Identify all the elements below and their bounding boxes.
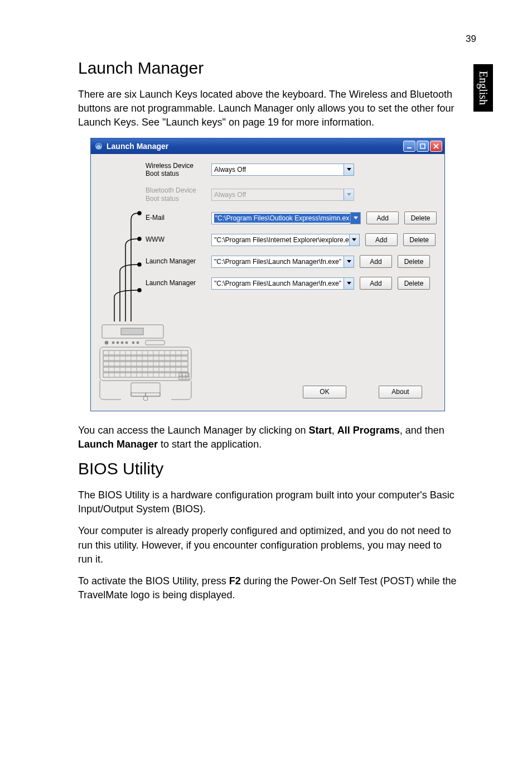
- svg-point-6: [138, 237, 141, 241]
- bios-para2: Your computer is already properly config…: [78, 524, 457, 566]
- www-delete-button[interactable]: Delete: [403, 233, 436, 246]
- bios-para1: The BIOS Utility is a hardware configura…: [78, 488, 457, 516]
- spacer: [398, 163, 430, 176]
- svg-point-8: [138, 289, 141, 292]
- wireless-value: Always Off: [214, 166, 246, 174]
- window-controls: [403, 141, 442, 152]
- dropdown-arrow-icon[interactable]: [344, 256, 354, 267]
- text: ,: [332, 425, 337, 436]
- row-lm1: Launch Manager "C:\Program Files\Launch …: [99, 255, 437, 268]
- svg-point-12: [112, 342, 114, 344]
- dropdown-arrow-icon[interactable]: [349, 234, 359, 246]
- svg-rect-22: [103, 362, 188, 366]
- svg-rect-45: [146, 393, 160, 396]
- page-number: 39: [466, 33, 476, 45]
- text: , and then: [400, 425, 444, 436]
- minimize-button[interactable]: [403, 141, 415, 152]
- titlebar: Launch Manager: [91, 138, 444, 154]
- svg-rect-20: [103, 350, 188, 355]
- svg-point-5: [138, 212, 141, 215]
- text: You can access the Launch Manager by cli…: [78, 425, 309, 436]
- window-body: Wireless Device Boot status Always Off B…: [91, 154, 444, 411]
- lm2-add-button[interactable]: Add: [360, 277, 392, 290]
- bluetooth-value: Always Off: [214, 191, 246, 199]
- spacer: [398, 188, 430, 201]
- dropdown-arrow-icon[interactable]: [344, 164, 354, 175]
- svg-point-13: [117, 342, 119, 344]
- text: To activate the BIOS Utility, press: [78, 575, 229, 587]
- svg-point-17: [137, 342, 139, 344]
- bios-heading: BIOS Utility: [78, 459, 457, 478]
- lm1-value: "C:\Program Files\Launch Manager\fn.exe": [214, 258, 341, 266]
- row-email: E-Mail "C:\Program Files\Outlook Express…: [99, 212, 437, 224]
- about-button[interactable]: About: [379, 386, 422, 398]
- svg-rect-10: [121, 328, 143, 335]
- laptop-illustration-icon: [99, 324, 194, 401]
- svg-rect-2: [420, 144, 425, 148]
- dropdown-arrow-icon: [344, 189, 354, 200]
- launch-manager-window: Launch Manager Wireless Device Boot stat…: [90, 138, 445, 411]
- lm1-dropdown[interactable]: "C:\Program Files\Launch Manager\fn.exe": [211, 256, 354, 268]
- f2-bold: F2: [229, 575, 241, 587]
- wireless-dropdown[interactable]: Always Off: [211, 164, 354, 176]
- dropdown-arrow-icon[interactable]: [344, 278, 354, 289]
- lm1-label: Launch Manager: [146, 257, 206, 265]
- email-label: E-Mail: [146, 214, 206, 222]
- dropdown-arrow-icon[interactable]: [350, 213, 360, 224]
- svg-point-46: [143, 396, 148, 401]
- connector-lines-icon: [99, 210, 142, 341]
- start-bold: Start: [309, 425, 332, 436]
- svg-rect-21: [103, 356, 188, 361]
- email-add-button[interactable]: Add: [366, 212, 399, 224]
- spacer: [360, 188, 392, 201]
- svg-rect-1: [407, 147, 412, 148]
- svg-rect-18: [146, 340, 165, 345]
- lm1-delete-button[interactable]: Delete: [398, 255, 430, 268]
- close-button[interactable]: [430, 141, 442, 152]
- app-icon: [94, 142, 103, 151]
- allprograms-bold: All Programs: [337, 425, 400, 436]
- row-wireless: Wireless Device Boot status Always Off: [99, 162, 437, 178]
- launch-manager-intro: There are six Launch Keys located above …: [78, 88, 457, 130]
- svg-rect-23: [103, 367, 188, 372]
- language-tab: English: [473, 64, 493, 112]
- lm2-delete-button[interactable]: Delete: [398, 277, 430, 290]
- window-title: Launch Manager: [107, 142, 168, 151]
- row-lm2: Launch Manager "C:\Program Files\Launch …: [99, 277, 437, 290]
- svg-rect-24: [103, 373, 188, 377]
- wireless-label: Wireless Device Boot status: [146, 162, 206, 178]
- lm2-label: Launch Manager: [146, 279, 206, 287]
- spacer: [360, 163, 392, 176]
- svg-point-11: [105, 341, 108, 344]
- svg-rect-19: [100, 347, 191, 381]
- lm2-value: "C:\Program Files\Launch Manager\fn.exe": [214, 280, 341, 287]
- svg-point-14: [121, 342, 123, 344]
- bottom-buttons: OK About: [303, 386, 422, 398]
- maximize-button[interactable]: [417, 141, 429, 152]
- email-delete-button[interactable]: Delete: [404, 212, 437, 224]
- text: to start the application.: [158, 439, 262, 450]
- svg-rect-44: [131, 393, 146, 396]
- lm1-add-button[interactable]: Add: [360, 255, 392, 268]
- email-value: "C:\Program Files\Outlook Express\msimn.…: [214, 214, 350, 223]
- launch-manager-access: You can access the Launch Manager by cli…: [78, 424, 457, 451]
- ok-button[interactable]: OK: [303, 386, 346, 398]
- bluetooth-label: Bluetooth Device Boot status: [146, 186, 206, 203]
- launchmanager-bold: Launch Manager: [78, 439, 158, 450]
- bios-para3: To activate the BIOS Utility, press F2 d…: [78, 574, 457, 602]
- www-dropdown[interactable]: "C:\Program Files\Internet Explorer\iexp…: [211, 234, 360, 246]
- bluetooth-dropdown: Always Off: [211, 189, 354, 201]
- www-value: "C:\Program Files\Internet Explorer\iexp…: [214, 236, 349, 244]
- svg-point-15: [125, 342, 128, 344]
- page-content: Launch Manager There are six Launch Keys…: [78, 59, 457, 610]
- svg-point-16: [132, 342, 134, 344]
- www-add-button[interactable]: Add: [365, 233, 398, 246]
- bios-section: BIOS Utility The BIOS Utility is a hardw…: [78, 459, 457, 602]
- row-bluetooth: Bluetooth Device Boot status Always Off: [99, 186, 437, 203]
- svg-point-7: [138, 263, 141, 266]
- lm2-dropdown[interactable]: "C:\Program Files\Launch Manager\fn.exe": [211, 277, 354, 290]
- row-www: WWW "C:\Program Files\Internet Explorer\…: [99, 233, 437, 246]
- launch-manager-heading: Launch Manager: [78, 59, 457, 78]
- email-dropdown[interactable]: "C:\Program Files\Outlook Express\msimn.…: [211, 212, 361, 224]
- www-label: WWW: [146, 236, 206, 243]
